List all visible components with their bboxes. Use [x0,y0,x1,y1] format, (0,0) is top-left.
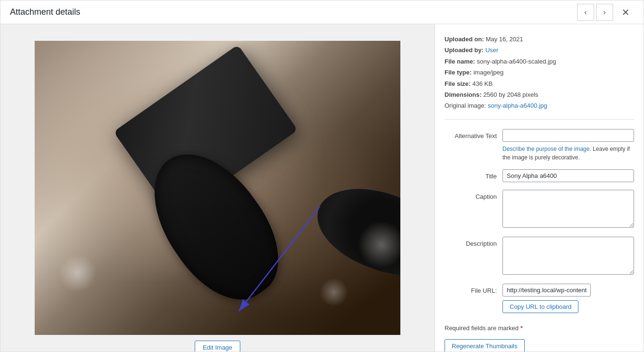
alt-text-help-link[interactable]: Describe the purpose of the image [502,146,589,152]
attachment-image [35,41,400,335]
alt-text-label: Alternative Text [445,129,497,140]
next-button[interactable]: › [596,4,613,21]
modal-body: Edit Image Uploaded on: May 16, 2021 Upl… [0,24,644,352]
copy-url-button[interactable]: Copy URL to clipboard [502,300,578,313]
close-button[interactable]: ✕ [617,4,634,21]
required-star: * [521,324,523,332]
alt-text-input[interactable] [502,129,634,142]
file-url-label: File URL: [445,284,497,295]
alt-text-field: Describe the purpose of the image. Leave… [502,129,634,162]
file-url-row: File URL: [445,284,634,296]
alt-text-row: Alternative Text Describe the purpose of… [445,129,634,162]
edit-image-button[interactable]: Edit Image [195,341,240,352]
file-name-label: File name: [445,58,475,65]
caption-row: Caption [445,190,634,229]
caption-field [502,190,634,229]
caption-input[interactable] [502,190,634,228]
description-input[interactable] [502,237,634,275]
modal-nav: ‹ › ✕ [577,4,634,21]
file-name-value: sony-alpha-a6400-scaled.jpg [477,58,556,65]
uploaded-on-row: Uploaded on: May 16, 2021 [445,34,634,45]
uploaded-on-label: Uploaded on: [445,36,484,43]
form-section: Alternative Text Describe the purpose of… [445,129,634,352]
required-notice-text: Required fields are marked [445,324,521,332]
description-field [502,237,634,276]
regenerate-thumbnails-button[interactable]: Regenerate Thumbnails [445,339,525,352]
dimensions-label: Dimensions: [445,91,482,98]
title-label: Title [445,169,497,181]
file-size-value: 436 KB [473,80,493,87]
details-panel: Uploaded on: May 16, 2021 Uploaded by: U… [435,24,644,352]
title-field [502,169,634,182]
bokeh-circle-3 [358,221,400,269]
file-url-input[interactable] [502,284,591,296]
attachment-details-modal: Attachment details ‹ › ✕ [0,0,644,352]
uploaded-on-value: May 16, 2021 [486,36,523,43]
dimensions-value: 2560 by 2048 pixels [483,91,539,98]
file-type-value: image/jpeg [474,69,504,76]
file-name-row: File name: sony-alpha-a6400-scaled.jpg [445,56,634,67]
image-wrapper: Edit Image [35,41,400,335]
modal-title: Attachment details [10,7,577,17]
description-row: Description [445,237,634,276]
file-type-row: File type: image/jpeg [445,67,634,78]
image-panel: Edit Image [0,24,435,352]
copy-url-wrapper: Copy URL to clipboard [445,300,634,313]
file-size-label: File size: [445,80,471,87]
original-image-row: Original image: sony-alpha-a6400.jpg [445,100,634,111]
regen-wrapper: Regenerate Thumbnails [445,339,634,352]
uploaded-by-label: Uploaded by: [445,46,483,54]
file-info: Uploaded on: May 16, 2021 Uploaded by: U… [445,34,634,120]
file-url-field [502,284,634,296]
original-image-link[interactable]: sony-alpha-a6400.jpg [488,102,547,109]
title-input[interactable] [502,169,634,182]
bokeh-circle-2 [320,278,348,306]
file-type-label: File type: [445,69,472,76]
title-row: Title [445,169,634,182]
dimensions-row: Dimensions: 2560 by 2048 pixels [445,89,634,100]
bokeh-circle-1 [58,254,96,292]
file-size-row: File size: 436 KB [445,78,634,89]
alt-text-help: Describe the purpose of the image. Leave… [502,145,634,162]
description-label: Description [445,237,497,248]
edit-image-wrapper: Edit Image [35,341,400,352]
prev-button[interactable]: ‹ [577,4,594,21]
original-image-label: Original image: [445,102,486,109]
uploaded-by-row: Uploaded by: User [445,45,634,56]
uploaded-by-link[interactable]: User [485,46,498,54]
modal-header: Attachment details ‹ › ✕ [0,0,644,24]
required-notice: Required fields are marked * [445,324,634,332]
caption-label: Caption [445,190,497,201]
